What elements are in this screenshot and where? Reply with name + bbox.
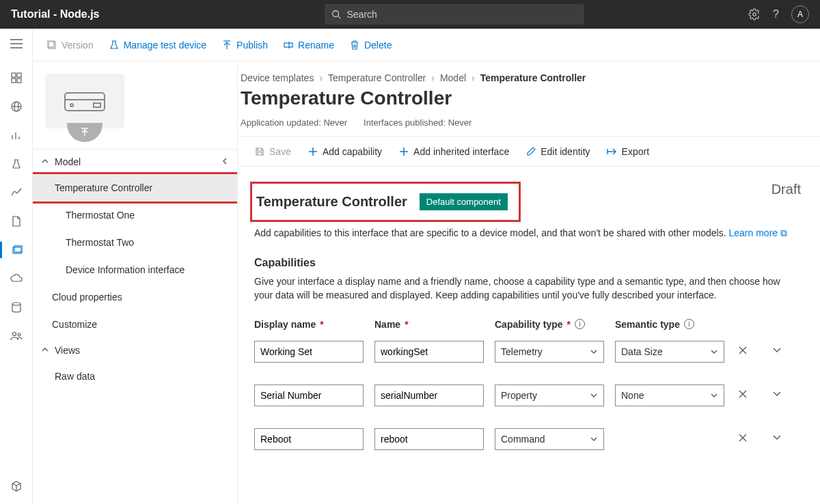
- tree-item-thermostat-one[interactable]: Thermostat One: [33, 201, 237, 229]
- capability-row: Command: [254, 428, 804, 450]
- main-content: Device templates › Temperature Controlle…: [238, 61, 820, 504]
- expand-row-button[interactable]: [769, 387, 784, 404]
- breadcrumb-current: Temperature Controller: [480, 72, 586, 83]
- add-inherited-interface-button[interactable]: Add inherited interface: [392, 143, 516, 160]
- svg-point-0: [333, 11, 339, 17]
- rail-dashboard-icon[interactable]: [8, 70, 25, 86]
- col-cap-type: Capability type * i: [495, 319, 604, 330]
- chevron-down-icon: [710, 391, 718, 400]
- default-component-badge: Default component: [420, 193, 508, 210]
- settings-icon[interactable]: [748, 8, 761, 20]
- export-button[interactable]: Export: [600, 143, 656, 160]
- top-bar: Tutorial - Node.js Search ? A: [0, 0, 820, 29]
- semantic-type-select[interactable]: None: [615, 384, 724, 406]
- app-updated-label: Application updated: Never: [241, 117, 347, 128]
- rail-cube-icon[interactable]: [8, 478, 25, 494]
- tree-item-device-info[interactable]: Device Information interface: [33, 256, 237, 283]
- tree-item-customize[interactable]: Customize: [33, 311, 237, 338]
- plus-icon: [308, 146, 318, 157]
- capability-type-select[interactable]: Property: [495, 384, 604, 406]
- rail-chart-icon[interactable]: [8, 127, 25, 143]
- expand-row-button[interactable]: [769, 430, 784, 447]
- remove-row-button[interactable]: [735, 430, 750, 447]
- nav-rail: [0, 29, 33, 504]
- add-capability-button[interactable]: Add capability: [301, 143, 389, 160]
- delete-icon: [349, 40, 360, 51]
- capability-row: Telemetry Data Size: [254, 341, 804, 363]
- rail-templates-icon[interactable]: [0, 242, 33, 258]
- display-name-input[interactable]: [254, 341, 364, 363]
- rail-document-icon[interactable]: [8, 213, 25, 229]
- search-input[interactable]: Search: [325, 4, 584, 25]
- rail-users-icon[interactable]: [8, 328, 25, 344]
- tree-item-thermostat-two[interactable]: Thermostat Two: [33, 229, 237, 256]
- expand-row-button[interactable]: [769, 343, 784, 360]
- svg-point-20: [18, 333, 20, 336]
- upload-icon[interactable]: [67, 123, 102, 142]
- help-icon[interactable]: ?: [773, 8, 779, 20]
- topbar-right: ? A: [748, 5, 809, 23]
- remove-row-button[interactable]: [735, 343, 750, 360]
- edit-icon: [525, 146, 536, 157]
- interface-toolbar: Save Add capability Add inherited interf…: [238, 137, 820, 167]
- save-icon: [254, 146, 265, 157]
- col-display-name: Display name *: [254, 319, 364, 330]
- learn-more-link[interactable]: Learn more⧉: [729, 227, 788, 238]
- rail-cloud-icon[interactable]: [8, 270, 25, 287]
- export-icon: [607, 146, 618, 157]
- close-icon: [738, 346, 748, 355]
- rail-storage-icon[interactable]: [8, 299, 25, 316]
- capability-type-select[interactable]: Telemetry: [495, 341, 604, 363]
- chevron-up-icon: [41, 156, 49, 167]
- chevron-down-icon: [772, 346, 782, 355]
- flask-icon: [109, 40, 120, 51]
- tree-item-cloud-properties[interactable]: Cloud properties: [33, 283, 237, 311]
- rail-analytics-icon[interactable]: [8, 184, 25, 201]
- save-button: Save: [247, 143, 298, 160]
- chevron-down-icon: [590, 348, 598, 356]
- component-title: Temperature Controller: [256, 194, 407, 210]
- chevron-down-icon: [772, 433, 782, 443]
- breadcrumb-model[interactable]: Model: [440, 72, 466, 83]
- remove-row-button[interactable]: [735, 387, 750, 404]
- display-name-input[interactable]: [254, 384, 364, 406]
- version-icon: [46, 40, 57, 51]
- delete-button[interactable]: Delete: [344, 37, 397, 53]
- page-title: Temperature Controller: [241, 87, 806, 109]
- breadcrumb-device-templates[interactable]: Device templates: [241, 72, 314, 83]
- breadcrumb-temperature-controller[interactable]: Temperature Controller: [328, 72, 426, 83]
- svg-rect-30: [94, 103, 100, 107]
- hamburger-icon[interactable]: [8, 36, 25, 52]
- chevron-down-icon: [772, 389, 782, 399]
- svg-rect-8: [12, 79, 16, 83]
- col-sem-type: Semantic type i: [615, 319, 724, 330]
- name-input[interactable]: [374, 428, 484, 450]
- name-input[interactable]: [374, 341, 484, 363]
- tree-item-raw-data[interactable]: Raw data: [33, 363, 237, 390]
- chevron-up-icon: [41, 345, 49, 356]
- svg-rect-6: [12, 73, 16, 77]
- tree-section-model[interactable]: Model: [33, 150, 237, 174]
- manage-test-device-button[interactable]: Manage test device: [103, 37, 212, 53]
- display-name-input[interactable]: [254, 428, 364, 450]
- rename-button[interactable]: Rename: [277, 37, 340, 53]
- info-icon[interactable]: i: [684, 319, 694, 329]
- publish-button[interactable]: Publish: [216, 37, 273, 53]
- edit-identity-button[interactable]: Edit identity: [519, 143, 597, 160]
- name-input[interactable]: [374, 384, 484, 406]
- svg-line-1: [338, 16, 341, 19]
- chevron-right-icon: ›: [431, 72, 435, 83]
- semantic-type-select[interactable]: Data Size: [615, 341, 724, 363]
- info-icon[interactable]: i: [575, 319, 585, 329]
- device-icon: [45, 74, 124, 139]
- interfaces-published-label: Interfaces published: Never: [364, 117, 472, 128]
- rail-flask-icon[interactable]: [8, 156, 25, 172]
- svg-point-18: [12, 303, 20, 305]
- avatar[interactable]: A: [791, 5, 809, 23]
- tree-section-views[interactable]: Views: [33, 338, 237, 363]
- collapse-icon[interactable]: [221, 156, 229, 167]
- tree-item-temperature-controller[interactable]: Temperature Controller: [33, 174, 237, 201]
- version-button: Version: [41, 37, 99, 53]
- capability-type-select[interactable]: Command: [495, 428, 604, 450]
- rail-globe-icon[interactable]: [8, 98, 25, 115]
